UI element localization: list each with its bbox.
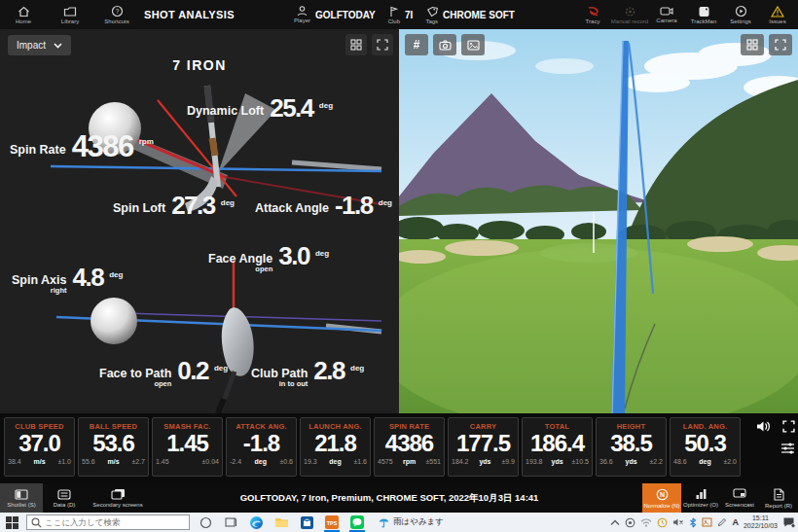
nav-home[interactable]: Home [4, 6, 43, 24]
session-avg: 193.8 [526, 458, 543, 465]
ime-indicator[interactable]: A [732, 517, 739, 527]
deviation: ±0.6 [279, 458, 293, 465]
clock-date: 2022/10/03 [744, 522, 778, 530]
umbrella-icon [379, 516, 389, 528]
cortana-button[interactable] [196, 513, 215, 532]
issues-button[interactable]: Issues [759, 6, 796, 24]
taskbar-clock[interactable]: 15:11 2022/10/03 [744, 514, 778, 531]
camera-view-button[interactable] [433, 34, 456, 55]
deviation: ±2.0 [723, 458, 737, 465]
svg-text:TPS: TPS [327, 520, 338, 526]
impact-panel: Impact 7 IRON [0, 29, 399, 413]
club-title: 7 IRON [0, 57, 399, 73]
shotlist-icon [15, 489, 28, 500]
tags-caption: Tags [425, 18, 438, 24]
golf-ball-top [91, 298, 137, 344]
optimizer-button[interactable]: Optimizer (O) [681, 483, 720, 513]
tab-data[interactable]: Data (D) [43, 483, 86, 513]
edge-button[interactable] [246, 513, 266, 532]
volume-muted-icon[interactable] [672, 517, 684, 527]
bluetooth-icon[interactable] [689, 517, 697, 528]
store-icon [301, 516, 313, 529]
tile-carry[interactable]: CARRY177.5184.2yds±9.9 [448, 417, 519, 477]
tile-landing-angle[interactable]: LAND. ANG.50.348.6deg±2.0 [670, 417, 741, 477]
tab-shotlist[interactable]: Shotlist (S) [0, 483, 43, 513]
deviation: ±2.7 [131, 458, 145, 465]
session-avg: 184.2 [452, 458, 469, 465]
tracer-3d-view[interactable]: # [399, 29, 798, 413]
impact-metric-attack-angle: Attack Angle -1.8 deg [255, 193, 392, 218]
image-icon [467, 40, 480, 51]
background-image-button[interactable] [461, 34, 485, 55]
start-button[interactable] [3, 514, 20, 531]
trackman-button[interactable]: TrackMan [685, 6, 722, 24]
impact-metric-spin-loft: Spin Loft 27.3 deg [113, 193, 235, 218]
view-selector-value: Impact [17, 40, 46, 51]
tile-ball-speed[interactable]: BALL SPEED53.655.6m/s±2.7 [78, 417, 149, 477]
action-center-icon[interactable] [782, 516, 795, 528]
library-icon [63, 6, 77, 18]
volume-icon[interactable] [756, 420, 771, 433]
action-label: Issues [769, 18, 785, 24]
tile-club-speed[interactable]: CLUB SPEED37.038.4m/s±1.0 [4, 417, 75, 477]
tile-smash-factor[interactable]: SMASH FAC.1.451.45±0.04 [152, 417, 223, 477]
normalize-icon: N [656, 488, 669, 501]
pen-icon[interactable] [717, 517, 727, 527]
wifi-icon[interactable] [640, 518, 652, 527]
manual-record-icon [624, 6, 636, 18]
grid-overlay-button[interactable]: # [405, 34, 428, 55]
tray-record-icon[interactable] [625, 517, 635, 528]
fullscreen-icon[interactable] [782, 420, 795, 433]
tracy-icon [587, 6, 599, 18]
line-app-button[interactable] [347, 513, 367, 532]
nav-library[interactable]: Library [51, 6, 90, 24]
report-button[interactable]: Report (R) [759, 483, 798, 513]
player-selector[interactable]: Player GOLFTODAY [294, 6, 376, 23]
ms-store-button[interactable] [297, 513, 316, 532]
tray-expand-icon[interactable] [610, 519, 620, 526]
clock-tray-icon[interactable] [657, 517, 668, 528]
file-explorer-button[interactable] [272, 513, 291, 532]
layout-grid-button[interactable] [741, 34, 764, 55]
tile-spin-rate[interactable]: SPIN RATE43864575rpm±551 [374, 417, 445, 477]
screencast-button[interactable]: Screencast [720, 483, 759, 513]
hash-icon: # [414, 38, 420, 52]
action-label: TrackMan [691, 18, 716, 24]
normalize-button[interactable]: N Normalize (N) [642, 483, 681, 513]
taskbar-weather[interactable]: 雨はやみます [379, 516, 444, 528]
home-icon [18, 6, 30, 18]
nav-shortcuts[interactable]: ? Shortcuts [97, 5, 136, 24]
fullscreen-button[interactable] [372, 34, 393, 55]
tile-attack-angle[interactable]: ATTACK ANG.-1.8-2.4deg±0.6 [226, 417, 297, 477]
nav-label: Shortcuts [104, 18, 128, 24]
club-selector[interactable]: Club 7I [388, 6, 414, 24]
display-settings-icon[interactable] [780, 442, 795, 454]
task-view-button[interactable] [221, 513, 240, 532]
layout-grid-button[interactable] [345, 34, 367, 55]
fullscreen-button[interactable] [769, 34, 792, 55]
apps-grid-icon [350, 39, 362, 51]
photo-tray-icon[interactable] [702, 517, 712, 527]
tile-launch-angle[interactable]: LAUNCH ANG.21.819.3deg±1.6 [300, 417, 371, 477]
manual-record-button[interactable]: Manual record [611, 6, 648, 24]
settings-button[interactable]: Settings [722, 5, 759, 24]
folder-icon [274, 516, 289, 528]
tags-selector[interactable]: Tags CHROME SOFT [425, 6, 515, 24]
camera-button[interactable]: Camera [648, 6, 685, 23]
tile-total[interactable]: TOTAL186.4193.8yds±10.5 [522, 417, 593, 477]
weather-text: 雨はやみます [393, 516, 444, 528]
system-tray: A 15:11 2022/10/03 [610, 514, 795, 531]
unit: deg [255, 458, 267, 465]
tps-app-button[interactable]: TPS [322, 513, 342, 532]
unit: m/s [33, 458, 45, 465]
cortana-icon [200, 516, 212, 529]
tab-secondary-screens[interactable]: Secondary screens [86, 483, 150, 513]
action-label: Manual record [611, 18, 648, 24]
action-label: Camera [656, 18, 676, 23]
search-input[interactable] [45, 515, 186, 529]
tracy-button[interactable]: Tracy [574, 6, 611, 24]
taskbar-search[interactable] [26, 514, 190, 530]
tags-value: CHROME SOFT [443, 10, 515, 20]
view-selector-dropdown[interactable]: Impact [8, 35, 71, 55]
tile-height[interactable]: HEIGHT38.536.6yds±2.2 [596, 417, 667, 477]
